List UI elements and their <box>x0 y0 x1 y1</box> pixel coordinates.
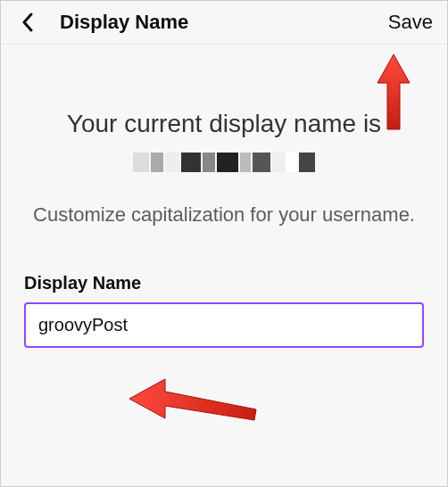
display-name-field-group: Display Name <box>22 273 426 348</box>
page-title: Display Name <box>60 11 388 34</box>
redacted-username <box>133 153 315 172</box>
chevron-left-icon <box>21 12 34 32</box>
annotation-arrow-left <box>126 374 260 427</box>
content-area: Your current display name is Customize c… <box>1 45 447 348</box>
current-name-heading: Your current display name is <box>22 107 426 141</box>
header-bar: Display Name Save <box>1 1 447 45</box>
subheading-text: Customize capitalization for your userna… <box>22 202 426 229</box>
display-name-label: Display Name <box>24 273 424 293</box>
back-button[interactable] <box>15 10 40 35</box>
display-name-input[interactable] <box>24 302 424 348</box>
save-button[interactable]: Save <box>388 11 433 34</box>
